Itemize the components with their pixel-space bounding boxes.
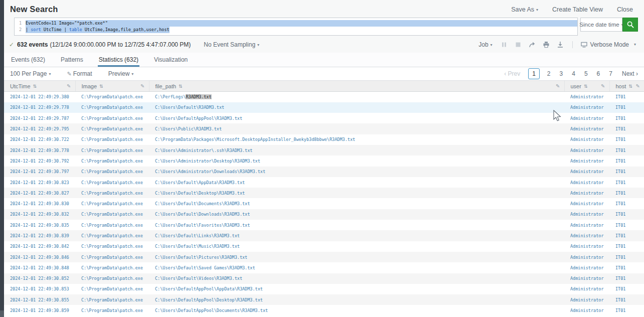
- cell-image[interactable]: C:\ProgramData\patch.exe: [75, 209, 149, 220]
- sort-icon[interactable]: ⇅: [33, 84, 37, 89]
- table-row[interactable]: 2024-12-01 22:49:30.827C:\ProgramData\pa…: [4, 188, 644, 198]
- cell-user[interactable]: Administrator: [564, 177, 609, 188]
- export-icon[interactable]: [557, 41, 564, 48]
- cell-image[interactable]: C:\ProgramData\patch.exe: [75, 102, 149, 113]
- cell-image[interactable]: C:\ProgramData\patch.exe: [75, 145, 149, 155]
- cell-image[interactable]: C:\ProgramData\patch.exe: [75, 220, 149, 230]
- cell-file-path[interactable]: C:\Users\DefaultAppPool\Desktop\R3ADM3.t…: [149, 294, 564, 305]
- table-row[interactable]: 2024-12-01 22:49:30.722C:\ProgramData\pa…: [4, 134, 644, 145]
- cell-file-path[interactable]: C:\Users\Default\Pictures\R3ADM3.txt: [149, 252, 564, 262]
- cell-utctime[interactable]: 2024-12-01 22:49:30.842: [4, 241, 75, 252]
- cell-file-path[interactable]: C:\Users\Public\R3ADM3.txt: [149, 123, 564, 134]
- cell-user[interactable]: Administrator: [564, 220, 609, 230]
- edit-column-icon[interactable]: ✎: [556, 83, 560, 89]
- cell-utctime[interactable]: 2024-12-01 22:49:30.722: [4, 134, 75, 145]
- page-button[interactable]: 3: [560, 70, 563, 77]
- page-button[interactable]: 1: [528, 68, 540, 79]
- table-row[interactable]: 2024-12-01 22:49:30.855C:\ProgramData\pa…: [4, 294, 644, 305]
- table-row[interactable]: 2024-12-01 22:49:30.853C:\ProgramData\pa…: [4, 284, 644, 294]
- cell-utctime[interactable]: 2024-12-01 22:49:30.859: [4, 305, 75, 315]
- table-row[interactable]: 2024-12-01 22:49:30.859C:\ProgramData\pa…: [4, 305, 644, 315]
- tab-statistics[interactable]: Statistics (632): [98, 53, 139, 67]
- cell-user[interactable]: Administrator: [564, 284, 609, 294]
- sort-icon[interactable]: ⇅: [179, 84, 183, 89]
- cell-user[interactable]: Administrator: [564, 92, 609, 102]
- cell-file-path[interactable]: C:\Users\Default\Desktop\R3ADM3.txt: [149, 188, 564, 198]
- cell-user[interactable]: Administrator: [564, 294, 609, 305]
- table-row[interactable]: 2024-12-01 22:49:30.852C:\ProgramData\pa…: [4, 273, 644, 284]
- job-menu-button[interactable]: Job▾: [478, 41, 492, 48]
- column-header-user[interactable]: user⇅✎: [564, 81, 609, 92]
- cell-user[interactable]: Administrator: [564, 123, 609, 134]
- table-row[interactable]: 2024-12-01 22:49:30.848C:\ProgramData\pa…: [4, 262, 644, 273]
- cell-host[interactable]: IT01: [609, 252, 644, 262]
- cell-user[interactable]: Administrator: [564, 102, 609, 113]
- print-icon[interactable]: [543, 41, 550, 48]
- table-row[interactable]: 2024-12-01 22:49:30.832C:\ProgramData\pa…: [4, 209, 644, 220]
- cell-utctime[interactable]: 2024-12-01 22:49:29.795: [4, 123, 75, 134]
- cell-host[interactable]: IT01: [609, 113, 644, 123]
- preview-dropdown[interactable]: Preview▾: [108, 70, 134, 77]
- edit-column-icon[interactable]: ✎: [140, 83, 144, 89]
- cell-host[interactable]: IT01: [609, 273, 644, 284]
- tab-events[interactable]: Events (632): [10, 53, 46, 67]
- cell-utctime[interactable]: 2024-12-01 22:49:30.848: [4, 262, 75, 273]
- time-range-picker[interactable]: Since date time ▾: [580, 18, 622, 32]
- column-header-host[interactable]: host⇅✎: [609, 81, 644, 92]
- cell-user[interactable]: Administrator: [564, 262, 609, 273]
- cell-utctime[interactable]: 2024-12-01 22:49:29.778: [4, 102, 75, 113]
- cell-utctime[interactable]: 2024-12-01 22:49:30.853: [4, 284, 75, 294]
- cell-utctime[interactable]: 2024-12-01 22:49:30.830: [4, 198, 75, 209]
- cell-file-path[interactable]: C:\Users\Default\Videos\R3ADM3.txt: [149, 273, 564, 284]
- cell-host[interactable]: IT01: [609, 209, 644, 220]
- cell-user[interactable]: Administrator: [564, 230, 609, 241]
- table-row[interactable]: 2024-12-01 22:49:30.842C:\ProgramData\pa…: [4, 241, 644, 252]
- cell-user[interactable]: Administrator: [564, 198, 609, 209]
- search-mode-dropdown[interactable]: Verbose Mode ▾: [581, 41, 636, 48]
- cell-image[interactable]: C:\ProgramData\patch.exe: [75, 294, 149, 305]
- cell-user[interactable]: Administrator: [564, 155, 609, 166]
- cell-image[interactable]: C:\ProgramData\patch.exe: [75, 155, 149, 166]
- cell-utctime[interactable]: 2024-12-01 22:49:30.827: [4, 188, 75, 198]
- cell-image[interactable]: C:\ProgramData\patch.exe: [75, 92, 149, 102]
- cell-utctime[interactable]: 2024-12-01 22:49:30.778: [4, 145, 75, 155]
- cell-host[interactable]: IT01: [609, 188, 644, 198]
- format-button[interactable]: ✎Format: [67, 70, 92, 77]
- page-button[interactable]: 5: [584, 70, 588, 77]
- cell-host[interactable]: IT01: [609, 92, 644, 102]
- share-icon[interactable]: [529, 41, 536, 48]
- page-button[interactable]: 6: [597, 70, 600, 77]
- cell-utctime[interactable]: 2024-12-01 22:49:30.839: [4, 230, 75, 241]
- cell-utctime[interactable]: 2024-12-01 22:49:30.797: [4, 167, 75, 177]
- cell-file-path[interactable]: C:\Users\DefaultAppPool\R3ADM3.txt: [149, 113, 564, 123]
- cell-image[interactable]: C:\ProgramData\patch.exe: [75, 123, 149, 134]
- cell-file-path[interactable]: C:\Users\Default\Links\R3ADM3.txt: [149, 230, 564, 241]
- search-query-input[interactable]: 1EventCode=11 Image="*patch.exe*"2| sort…: [14, 18, 578, 36]
- cell-utctime[interactable]: 2024-12-01 22:49:30.852: [4, 273, 75, 284]
- cell-utctime[interactable]: 2024-12-01 22:49:30.846: [4, 252, 75, 262]
- page-button[interactable]: 7: [609, 70, 612, 77]
- table-row[interactable]: 2024-12-01 22:49:29.380C:\ProgramData\pa…: [4, 92, 644, 102]
- tab-visualization[interactable]: Visualization: [153, 53, 189, 67]
- cell-file-path[interactable]: C:\Users\DefaultAppPool\AppData\R3ADM3.t…: [149, 284, 564, 294]
- cell-host[interactable]: IT01: [609, 284, 644, 294]
- page-button[interactable]: 4: [572, 70, 575, 77]
- cell-host[interactable]: IT01: [609, 167, 644, 177]
- cell-image[interactable]: C:\ProgramData\patch.exe: [75, 262, 149, 273]
- cell-file-path[interactable]: C:\Users\Default\Music\R3ADM3.txt: [149, 241, 564, 252]
- cell-user[interactable]: Administrator: [564, 188, 609, 198]
- sort-icon[interactable]: ⇅: [584, 84, 588, 89]
- event-sampling-dropdown[interactable]: No Event Sampling▾: [204, 41, 259, 48]
- cell-image[interactable]: C:\ProgramData\patch.exe: [75, 134, 149, 145]
- edit-column-icon[interactable]: ✎: [67, 83, 71, 89]
- cell-file-path[interactable]: C:\Users\Default\R3ADM3.txt: [149, 102, 564, 113]
- cell-host[interactable]: IT01: [609, 198, 644, 209]
- cell-file-path[interactable]: C:\Users\Default\Downloads\R3ADM3.txt: [149, 209, 564, 220]
- cell-user[interactable]: Administrator: [564, 209, 609, 220]
- table-row[interactable]: 2024-12-01 22:49:29.787C:\ProgramData\pa…: [4, 113, 644, 123]
- cell-user[interactable]: Administrator: [564, 273, 609, 284]
- edit-column-icon[interactable]: ✎: [636, 83, 640, 89]
- cell-host[interactable]: IT01: [609, 155, 644, 166]
- cell-host[interactable]: IT01: [609, 102, 644, 113]
- cell-file-path[interactable]: C:\Users\Default\Documents\R3ADM3.txt: [149, 198, 564, 209]
